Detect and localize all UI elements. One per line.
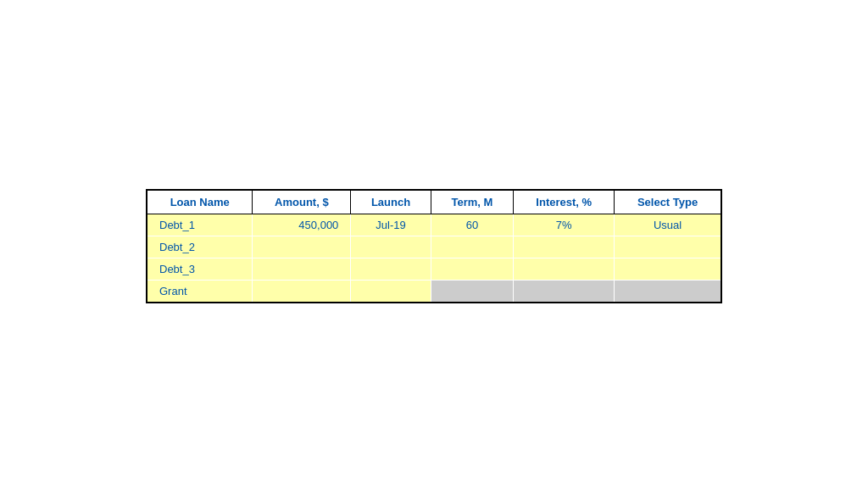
- cell-term[interactable]: [431, 281, 514, 303]
- cell-select-type[interactable]: [615, 236, 721, 258]
- table-row: Debt_3: [147, 258, 721, 281]
- cell-loan-name[interactable]: Debt_2: [147, 236, 253, 258]
- cell-term[interactable]: [431, 236, 514, 258]
- debt-table: Loan Name Amount, $ Launch Term, M Inter…: [146, 189, 722, 303]
- table-row: Debt_1450,000Jul-19607%Usual: [147, 214, 721, 236]
- cell-launch[interactable]: Jul-19: [351, 214, 431, 236]
- cell-interest[interactable]: [514, 281, 615, 303]
- cell-loan-name[interactable]: Debt_3: [147, 258, 253, 281]
- cell-select-type[interactable]: Usual: [615, 214, 721, 236]
- cell-term[interactable]: 60: [431, 214, 514, 236]
- col-header-amount: Amount, $: [253, 190, 351, 214]
- cell-interest[interactable]: [514, 236, 615, 258]
- cell-amount[interactable]: [253, 281, 351, 303]
- cell-launch[interactable]: [351, 281, 431, 303]
- cell-select-type[interactable]: [615, 281, 721, 303]
- col-header-launch: Launch: [351, 190, 431, 214]
- cell-amount[interactable]: [253, 236, 351, 258]
- col-header-interest: Interest, %: [514, 190, 615, 214]
- cell-amount[interactable]: 450,000: [253, 214, 351, 236]
- cell-select-type[interactable]: [615, 258, 721, 281]
- table-wrapper: Loan Name Amount, $ Launch Term, M Inter…: [146, 186, 722, 303]
- cell-launch[interactable]: [351, 258, 431, 281]
- cell-term[interactable]: [431, 258, 514, 281]
- table-row: Debt_2: [147, 236, 721, 258]
- cell-interest[interactable]: 7%: [514, 214, 615, 236]
- col-header-select-type: Select Type: [615, 190, 721, 214]
- col-header-term: Term, M: [431, 190, 514, 214]
- col-header-loan-name: Loan Name: [147, 190, 253, 214]
- table-header-row: Loan Name Amount, $ Launch Term, M Inter…: [147, 190, 721, 214]
- page-container: Loan Name Amount, $ Launch Term, M Inter…: [0, 0, 868, 489]
- cell-loan-name[interactable]: Debt_1: [147, 214, 253, 236]
- cell-launch[interactable]: [351, 236, 431, 258]
- table-row: Grant: [147, 281, 721, 303]
- cell-amount[interactable]: [253, 258, 351, 281]
- cell-interest[interactable]: [514, 258, 615, 281]
- cell-loan-name[interactable]: Grant: [147, 281, 253, 303]
